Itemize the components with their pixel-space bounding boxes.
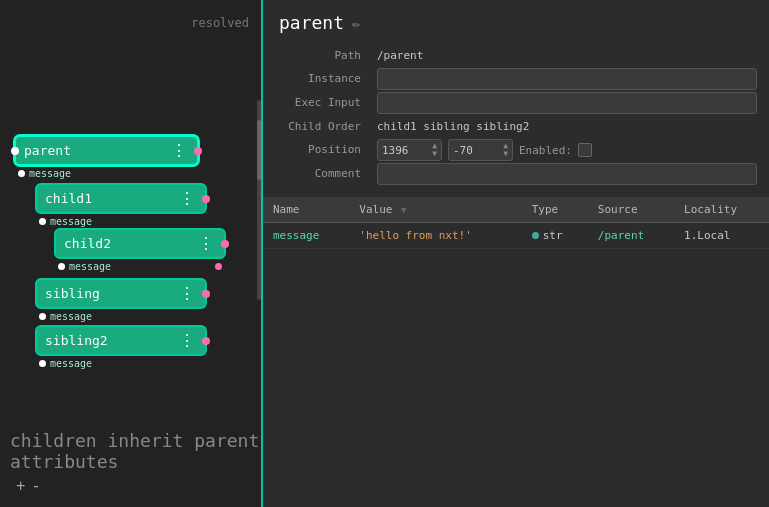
path-label: Path [279,45,369,66]
parent-node-label: parent [24,143,71,158]
sibling-node-label: sibling [45,286,100,301]
cell-name: message [263,223,349,249]
parent-dot-left [11,147,19,155]
position-x-arrows[interactable]: ▲ ▼ [432,142,437,158]
position-y-spinner[interactable]: -70 ▲ ▼ [448,139,513,161]
parent-port-label: message [29,168,71,179]
sibling2-port-label: message [50,358,92,369]
position-y-arrows[interactable]: ▲ ▼ [503,142,508,158]
edit-icon[interactable]: ✏ [352,15,360,31]
parent-node[interactable]: parent ⋮ [14,135,199,166]
sibling-dot-right [202,290,210,298]
resolved-label: resolved [191,16,249,30]
child2-port-row: message [54,261,226,272]
cell-value: 'hello from nxt!' [349,223,521,249]
left-panel: resolved parent ⋮ message child1 ⋮ messa… [0,0,263,507]
bottom-controls: + - [16,477,39,495]
sibling2-dot-right [202,337,210,345]
child1-node[interactable]: child1 ⋮ [35,183,207,214]
child2-node-container: child2 ⋮ message [54,228,226,272]
child2-dot-right [221,240,229,248]
child1-node-container: child1 ⋮ message [35,183,207,227]
position-row: 1396 ▲ ▼ -70 ▲ ▼ Enabled: [377,139,757,161]
sibling-port-dot [39,313,46,320]
attributes-table: Name Value ▼ Type Source L [263,197,769,249]
right-panel: parent ✏ Path /parent Instance Exec Inpu… [263,0,769,507]
child2-node-label: child2 [64,236,111,251]
table-section: Name Value ▼ Type Source L [263,197,769,507]
instance-label: Instance [279,68,369,90]
bottom-text: children inherit parent attributes [10,430,261,472]
sibling-node[interactable]: sibling ⋮ [35,278,207,309]
child2-node[interactable]: child2 ⋮ [54,228,226,259]
left-scrollbar-thumb [257,120,261,180]
sibling-port-label: message [50,311,92,322]
cell-type: str [522,223,588,249]
position-y-value: -70 [453,144,473,157]
cell-source: /parent [588,223,674,249]
child1-port-dot [39,218,46,225]
table-row[interactable]: message 'hello from nxt!' str /parent 1.… [263,223,769,249]
panel-header: parent ✏ [263,0,769,41]
col-name: Name [263,197,349,223]
exec-input-field[interactable] [377,92,757,114]
child2-port-dot-right [215,263,222,270]
left-scrollbar[interactable] [257,100,261,300]
sibling2-node-container: sibling2 ⋮ message [35,325,207,369]
type-dot [532,232,539,239]
parent-port-row: message [14,168,199,179]
child1-node-menu[interactable]: ⋮ [177,189,197,208]
child1-port-label: message [50,216,92,227]
col-value: Value ▼ [349,197,521,223]
enabled-checkbox[interactable] [578,143,592,157]
table-header-row: Name Value ▼ Type Source L [263,197,769,223]
instance-input[interactable] [377,68,757,90]
properties-grid: Path /parent Instance Exec Input Child O… [263,41,769,189]
type-text: str [543,229,563,242]
child1-node-label: child1 [45,191,92,206]
enabled-label: Enabled: [519,144,572,157]
col-locality: Locality [674,197,769,223]
sibling2-node-label: sibling2 [45,333,108,348]
position-x-down[interactable]: ▼ [432,150,437,158]
parent-dot-right [194,147,202,155]
exec-input-label: Exec Input [279,92,369,114]
sibling2-port-row: message [35,358,207,369]
col-type: Type [522,197,588,223]
parent-port-dot [18,170,25,177]
position-x-value: 1396 [382,144,409,157]
comment-input[interactable] [377,163,757,185]
add-button[interactable]: + [16,477,25,495]
child2-node-menu[interactable]: ⋮ [196,234,216,253]
child-order-value: child1 sibling sibling2 [377,116,757,137]
parent-node-container: parent ⋮ message [14,135,199,179]
sibling2-port-dot [39,360,46,367]
parent-node-menu[interactable]: ⋮ [169,141,189,160]
table-wrapper[interactable]: Name Value ▼ Type Source L [263,197,769,507]
child2-port-dot [58,263,65,270]
child1-port-row: message [35,216,207,227]
panel-title: parent [279,12,344,33]
sibling2-node-menu[interactable]: ⋮ [177,331,197,350]
col-source: Source [588,197,674,223]
sibling-node-menu[interactable]: ⋮ [177,284,197,303]
value-sort-icon[interactable]: ▼ [401,205,406,215]
child1-dot-right [202,195,210,203]
sibling-port-row: message [35,311,207,322]
cell-locality: 1.Local [674,223,769,249]
position-y-down[interactable]: ▼ [503,150,508,158]
position-label: Position [279,139,369,161]
comment-label: Comment [279,163,369,185]
child-order-label: Child Order [279,116,369,137]
child2-port-label: message [69,261,111,272]
sibling-node-container: sibling ⋮ message [35,278,207,322]
path-value: /parent [377,45,757,66]
position-x-spinner[interactable]: 1396 ▲ ▼ [377,139,442,161]
sibling2-node[interactable]: sibling2 ⋮ [35,325,207,356]
remove-button[interactable]: - [33,477,38,495]
